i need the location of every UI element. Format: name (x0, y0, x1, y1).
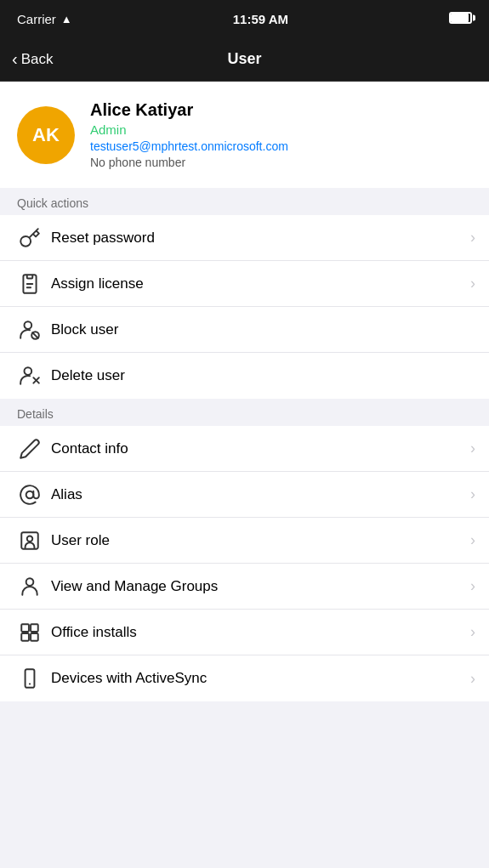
user-phone: No phone number (90, 156, 288, 169)
delete-user-item[interactable]: Delete user › (0, 353, 489, 399)
devices-activesync-item[interactable]: Devices with ActiveSync › (0, 655, 489, 701)
block-user-label: Block user (51, 321, 475, 338)
at-icon (19, 484, 41, 506)
wifi-icon: ▲ (61, 13, 72, 26)
manage-groups-item[interactable]: View and Manage Groups › (0, 564, 489, 610)
details-list: Contact info › Alias › User role › (0, 426, 489, 701)
contact-info-icon (14, 438, 46, 460)
pencil-icon (19, 438, 41, 460)
carrier-label: Carrier ▲ (17, 12, 72, 26)
chevron-icon: › (470, 485, 475, 503)
svg-point-8 (27, 536, 33, 542)
alias-label: Alias (51, 486, 470, 503)
details-header: Details (0, 399, 489, 426)
office-installs-item[interactable]: Office installs › (0, 610, 489, 655)
manage-groups-label: View and Manage Groups (51, 578, 470, 595)
user-email: testuser5@mphrtest.onmicrosoft.com (90, 139, 288, 153)
reset-password-item[interactable]: Reset password › (0, 215, 489, 261)
assign-license-label: Assign license (51, 275, 470, 292)
quick-actions-header: Quick actions (0, 188, 489, 215)
status-bar: Carrier ▲ 11:59 AM (0, 0, 489, 37)
carrier-text: Carrier (17, 12, 56, 26)
person-icon (19, 576, 41, 598)
svg-point-1 (25, 321, 32, 329)
svg-rect-10 (21, 624, 29, 632)
svg-rect-12 (21, 633, 29, 641)
office-installs-label: Office installs (51, 624, 470, 641)
user-name: Alice Katiyar (90, 100, 288, 120)
svg-rect-11 (31, 624, 38, 632)
back-chevron-icon: ‹ (12, 50, 18, 67)
alias-item[interactable]: Alias › (0, 472, 489, 518)
chevron-icon: › (470, 623, 475, 641)
chevron-icon: › (470, 229, 475, 247)
contact-info-label: Contact info (51, 440, 470, 457)
chevron-icon: › (470, 531, 475, 549)
back-button[interactable]: ‹ Back (12, 51, 53, 68)
svg-rect-13 (31, 633, 38, 641)
delete-user-label: Delete user (51, 367, 475, 384)
chevron-icon: › (470, 670, 475, 688)
block-user-icon (14, 319, 46, 341)
key-icon (19, 227, 41, 249)
block-user-svg-icon (19, 319, 41, 341)
svg-point-6 (26, 491, 34, 498)
user-role-icon (14, 530, 46, 552)
svg-point-9 (26, 578, 34, 586)
block-user-item[interactable]: Block user › (0, 307, 489, 353)
user-role-badge: Admin (90, 122, 288, 137)
contact-info-item[interactable]: Contact info › (0, 426, 489, 472)
user-role-item[interactable]: User role › (0, 518, 489, 564)
smartphone-icon (19, 667, 41, 689)
time-label: 11:59 AM (233, 12, 288, 26)
clipboard-icon (19, 273, 41, 295)
delete-user-icon (14, 365, 46, 387)
back-label: Back (21, 51, 54, 68)
office-installs-icon (14, 621, 46, 644)
svg-rect-0 (27, 275, 33, 278)
assign-license-item[interactable]: Assign license › (0, 261, 489, 307)
office-icon (19, 621, 41, 644)
devices-activesync-label: Devices with ActiveSync (51, 670, 470, 687)
manage-groups-icon (14, 576, 46, 598)
user-role-label: User role (51, 532, 470, 549)
svg-rect-7 (21, 532, 38, 549)
quick-actions-list: Reset password › Assign license › Block … (0, 215, 489, 399)
chevron-icon: › (470, 577, 475, 595)
devices-activesync-icon (14, 667, 46, 689)
reset-password-icon (14, 227, 46, 249)
battery-indicator (449, 12, 472, 26)
svg-point-3 (25, 367, 32, 375)
delete-user-svg-icon (19, 365, 41, 387)
user-profile-section: AK Alice Katiyar Admin testuser5@mphrtes… (0, 82, 489, 188)
page-title: User (227, 50, 261, 68)
chevron-icon: › (470, 440, 475, 457)
reset-password-label: Reset password (51, 230, 470, 247)
assign-license-icon (14, 273, 46, 295)
alias-icon (14, 484, 46, 506)
chevron-icon: › (470, 275, 475, 292)
nav-bar: ‹ Back User (0, 37, 489, 82)
avatar: AK (17, 106, 75, 164)
user-info: Alice Katiyar Admin testuser5@mphrtest.o… (90, 100, 288, 169)
badge-icon (19, 530, 41, 552)
